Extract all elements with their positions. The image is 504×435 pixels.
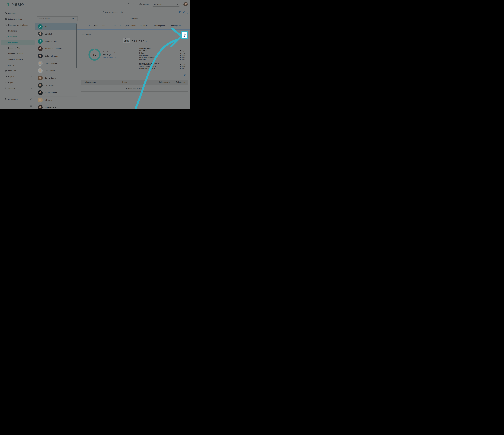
employee-detail-panel: John Doe General Personal data Contract … — [77, 16, 190, 109]
manage-quotas-label: Manage quotas — [103, 57, 113, 59]
location-select[interactable]: Karlsruhe — [152, 2, 180, 7]
year-value: 2025 — [123, 40, 130, 42]
statistics-block: Statistics 2025 Sick leave 0 Days Holida… — [139, 48, 185, 70]
list-item[interactable]: Len Koleiski — [35, 67, 77, 74]
user-avatar[interactable] — [183, 2, 188, 7]
bar-chart-icon — [4, 30, 7, 32]
year-option[interactable]: 2027 — [138, 40, 144, 43]
list-item[interactable]: Soraya Liebe — [35, 104, 77, 109]
avatar — [38, 46, 43, 51]
column-header[interactable]: Period — [117, 81, 150, 83]
tab-availabilities[interactable]: Availabilities — [140, 25, 150, 27]
stat-unit: Days — [181, 68, 185, 69]
table-header: Absence type Period Calendar days Reimbu… — [81, 79, 188, 85]
employee-name: Katarina Faller — [45, 40, 57, 42]
lightbulb-icon — [4, 98, 7, 101]
sidebar-item-personnel-file[interactable]: Personnel File — [0, 45, 35, 51]
chevron-right-icon[interactable] — [187, 25, 189, 27]
chevron-left-icon[interactable] — [120, 40, 122, 42]
manual-label: Manual — [143, 3, 149, 5]
page-header: Employee master data Import — [35, 9, 190, 16]
avatar — [38, 32, 43, 36]
sidebar-item-vacation-statistics[interactable]: Vacation Statistics — [0, 57, 35, 62]
sidebar-item-labor-scheduling[interactable]: Labor Scheduling — [0, 16, 35, 22]
list-item[interactable]: Vera Ertl — [35, 30, 77, 38]
list-item[interactable]: Bernd Helpling — [35, 60, 77, 67]
collapse-sidebar-icon[interactable] — [29, 104, 32, 107]
stat-value: 0 — [180, 59, 181, 60]
sidebar-item-label: Labor Scheduling — [8, 18, 22, 20]
year-label: Year — [123, 38, 130, 40]
sidebar-item-dashboard[interactable]: Dashboard — [0, 10, 35, 16]
bell-icon[interactable] — [127, 3, 130, 6]
sidebar-item-label: Evaluation — [8, 30, 17, 32]
column-header[interactable]: Reimbursed — [170, 81, 188, 83]
list-item[interactable]: Delia Hallmann — [35, 52, 77, 60]
avatar — [38, 61, 43, 66]
list-item[interactable]: Jasmine Gutschank — [35, 45, 77, 52]
avatar — [38, 39, 43, 44]
sidebar-item-settings[interactable]: Settings — [0, 85, 35, 91]
import-label: Import — [186, 12, 189, 14]
sidebar-item-payroll[interactable]: Payroll — [0, 74, 35, 79]
list-item[interactable]: Mariella Leide — [35, 89, 77, 96]
tab-personal-data[interactable]: Personal data — [94, 25, 105, 27]
tab-general[interactable]: General — [84, 25, 90, 27]
list-scrollbar[interactable] — [76, 24, 77, 68]
empty-state-message: No absences available — [81, 85, 188, 92]
sidebar-item-vacation-calendar[interactable]: Vacation Calendar — [0, 51, 35, 57]
list-item[interactable]: Katarina Faller — [35, 38, 77, 45]
grid-icon — [4, 18, 7, 20]
wallet-icon — [4, 75, 7, 78]
tab-working-hours[interactable]: Working hours — [154, 25, 166, 27]
stat-unit: Days — [181, 54, 185, 56]
list-item[interactable]: Lia Laurén — [35, 82, 77, 89]
statistics-title: Statistics 2025 — [139, 48, 185, 50]
gear-icon — [4, 87, 7, 89]
year-option-selected[interactable]: Year 2025 — [123, 38, 130, 43]
sidebar-item-export[interactable]: Export — [0, 79, 35, 85]
question-circle-icon: ? — [139, 3, 142, 6]
search-input[interactable] — [37, 17, 78, 21]
fullscreen-icon[interactable] — [133, 3, 136, 6]
tab-contract-data[interactable]: Contract data — [110, 25, 121, 27]
logo-divider — [10, 2, 10, 7]
year-option[interactable]: 2026 — [131, 40, 137, 43]
chevron-right-icon[interactable] — [145, 40, 147, 42]
employee-detail-header: John Doe — [77, 16, 190, 22]
list-item[interactable]: Jonny Kuprion — [35, 74, 77, 82]
manual-help[interactable]: ? Manual — [139, 3, 149, 6]
column-header[interactable]: Absence type — [81, 81, 117, 83]
stat-label: Holiday — [139, 52, 145, 54]
stat-value: 0 — [180, 54, 181, 56]
sidebar-item-recorded-working-hours[interactable]: Recorded working hours — [0, 22, 35, 28]
add-absence-button[interactable] — [182, 32, 187, 38]
person-add-icon[interactable] — [178, 11, 181, 14]
stat-value: 0 — [180, 65, 181, 67]
chevron-down-icon — [30, 18, 32, 20]
column-header[interactable]: Calendar days — [150, 81, 170, 83]
import-button[interactable]: Import — [183, 11, 189, 14]
sidebar-item-my-nesto[interactable]: My Nesto — [0, 68, 35, 74]
employee-name: Jonny Kuprion — [45, 77, 57, 79]
sidebar-item-new-in-nesto[interactable]: New in Nesto — [0, 96, 35, 102]
manage-quotas-link[interactable]: Manage quotas — [103, 57, 116, 59]
sidebar-item-evaluation[interactable]: Evaluation — [0, 28, 35, 34]
list-item[interactable]: Lili Lenk — [35, 96, 77, 104]
list-item[interactable]: John Doe — [35, 23, 77, 30]
sidebar-item-master-data[interactable]: Master Data — [1, 40, 35, 45]
sidebar-item-label: Export — [8, 81, 14, 84]
sidebar-item-employees[interactable]: Employees — [0, 34, 35, 40]
panel-bottom-divider — [79, 93, 188, 94]
avatar — [38, 105, 43, 109]
tab-working-time-account[interactable]: Working time accou — [170, 25, 186, 27]
sidebar-item-archive[interactable]: Archive — [0, 62, 35, 68]
sidebar-item-label: Employees — [8, 36, 17, 38]
sidebar-item-label: Dashboard — [8, 12, 17, 15]
statistics-row: Bezahlte Freistellung 0 Days — [139, 56, 185, 59]
tab-qualifications[interactable]: Qualifications — [125, 25, 136, 27]
stat-label: Compensatory time off — [139, 68, 155, 70]
filter-icon[interactable] — [183, 74, 186, 77]
avatar — [38, 83, 43, 88]
sidebar-item-label: New in Nesto — [8, 98, 19, 100]
